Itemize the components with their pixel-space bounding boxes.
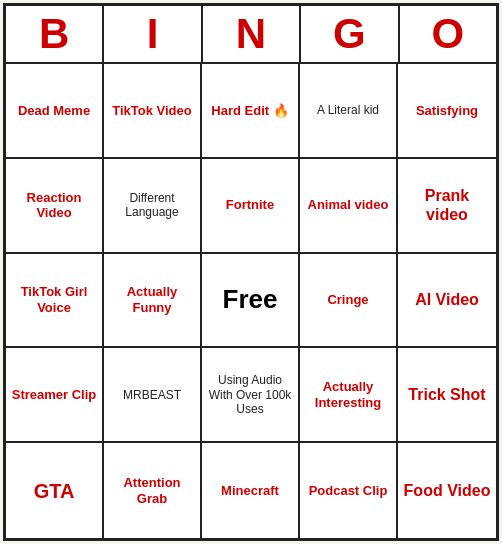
cell-22: Minecraft [202, 443, 300, 538]
cell-14: AI Video [398, 254, 496, 349]
cell-12: Free [202, 254, 300, 349]
cell-5: Reaction Video [6, 159, 104, 254]
cell-24: Food Video [398, 443, 496, 538]
bingo-letter-N: N [203, 6, 301, 64]
bingo-header: BINGO [6, 6, 496, 64]
cell-21: Attention Grab [104, 443, 202, 538]
cell-23: Podcast Clip [300, 443, 398, 538]
cell-20: GTA [6, 443, 104, 538]
bingo-letter-O: O [400, 6, 496, 64]
bingo-grid: Dead MemeTikTok VideoHard Edit 🔥A Litera… [6, 64, 496, 538]
cell-3: A Literal kid [300, 64, 398, 159]
cell-19: Trick Shot [398, 348, 496, 443]
cell-11: Actually Funny [104, 254, 202, 349]
cell-7: Fortnite [202, 159, 300, 254]
cell-6: Different Language [104, 159, 202, 254]
cell-10: TikTok Girl Voice [6, 254, 104, 349]
cell-15: Streamer Clip [6, 348, 104, 443]
cell-18: Actually Interesting [300, 348, 398, 443]
cell-2: Hard Edit 🔥 [202, 64, 300, 159]
bingo-letter-B: B [6, 6, 104, 64]
cell-4: Satisfying [398, 64, 496, 159]
cell-17: Using Audio With Over 100k Uses [202, 348, 300, 443]
cell-13: Cringe [300, 254, 398, 349]
cell-9: Prank video [398, 159, 496, 254]
bingo-card: BINGO Dead MemeTikTok VideoHard Edit 🔥A … [3, 3, 499, 541]
cell-8: Animal video [300, 159, 398, 254]
bingo-letter-I: I [104, 6, 202, 64]
bingo-letter-G: G [301, 6, 399, 64]
cell-1: TikTok Video [104, 64, 202, 159]
cell-0: Dead Meme [6, 64, 104, 159]
cell-16: MRBEAST [104, 348, 202, 443]
